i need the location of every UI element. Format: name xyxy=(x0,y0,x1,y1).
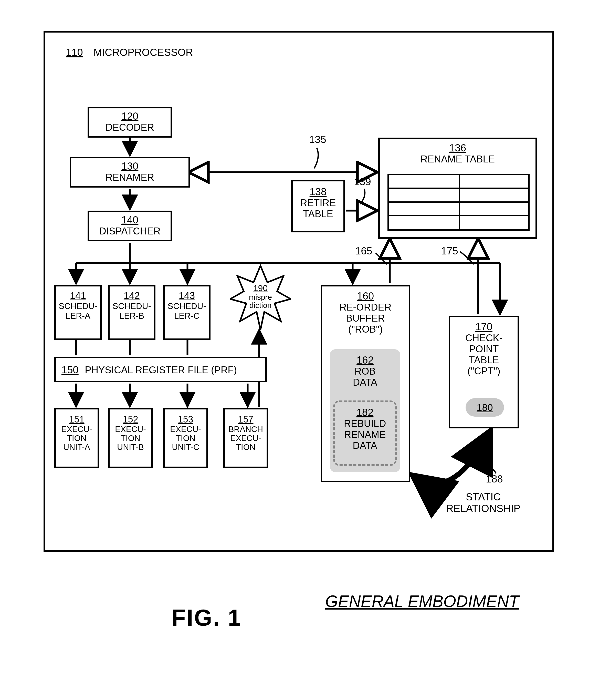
rename-table-box: 136 RENAME TABLE xyxy=(378,138,537,239)
figure-label: FIG. 1 xyxy=(172,605,242,631)
ref-139: 139 xyxy=(354,176,371,188)
rename-table-grid xyxy=(388,174,529,231)
misprediction-star: 190 mispre diction xyxy=(230,265,291,331)
page: 110 MICROPROCESSOR xyxy=(0,0,599,700)
exec-c-box: 153 EXECU- TION UNIT-C xyxy=(163,408,208,468)
scheduler-b-box: 142 SCHEDU- LER-B xyxy=(108,285,155,340)
exec-b-box: 152 EXECU- TION UNIT-B xyxy=(108,408,153,468)
scheduler-a-box: 141 SCHEDU- LER-A xyxy=(54,285,102,340)
ref-188-label: STATIC RELATIONSHIP xyxy=(428,491,538,514)
prf-box: 150 PHYSICAL REGISTER FILE (PRF) xyxy=(54,357,267,382)
renamer-box: 130 RENAMER xyxy=(70,157,190,188)
ref-175: 175 xyxy=(441,245,458,257)
ref-188-num: 188 xyxy=(486,473,503,485)
microprocessor-frame: 110 MICROPROCESSOR xyxy=(44,31,554,552)
dispatcher-box: 140 DISPATCHER xyxy=(87,210,172,241)
decoder-box: 120 DECODER xyxy=(87,107,172,138)
microprocessor-label: 110 MICROPROCESSOR xyxy=(66,47,193,58)
rob-box: 160 RE-ORDER BUFFER ("ROB") 162 ROB DATA… xyxy=(321,285,410,482)
rob-data-shaded: 162 ROB DATA 182 REBUILD RENAME DATA xyxy=(330,349,400,472)
retire-table-box: 138 RETIRE TABLE xyxy=(291,180,345,232)
ref-135: 135 xyxy=(309,134,326,145)
cpt-box: 170 CHECK- POINT TABLE ("CPT") 180 xyxy=(449,316,519,428)
scheduler-c-box: 143 SCHEDU- LER-C xyxy=(163,285,210,340)
ref-165: 165 xyxy=(355,245,372,257)
exec-a-box: 151 EXECU- TION UNIT-A xyxy=(54,408,99,468)
cpt-entry-pill: 180 xyxy=(466,398,504,417)
rebuild-rename-data-box: 182 REBUILD RENAME DATA xyxy=(333,400,397,466)
branch-exec-box: 157 BRANCH EXECU- TION xyxy=(223,408,268,468)
subtitle: GENERAL EMBODIMENT xyxy=(325,592,519,611)
